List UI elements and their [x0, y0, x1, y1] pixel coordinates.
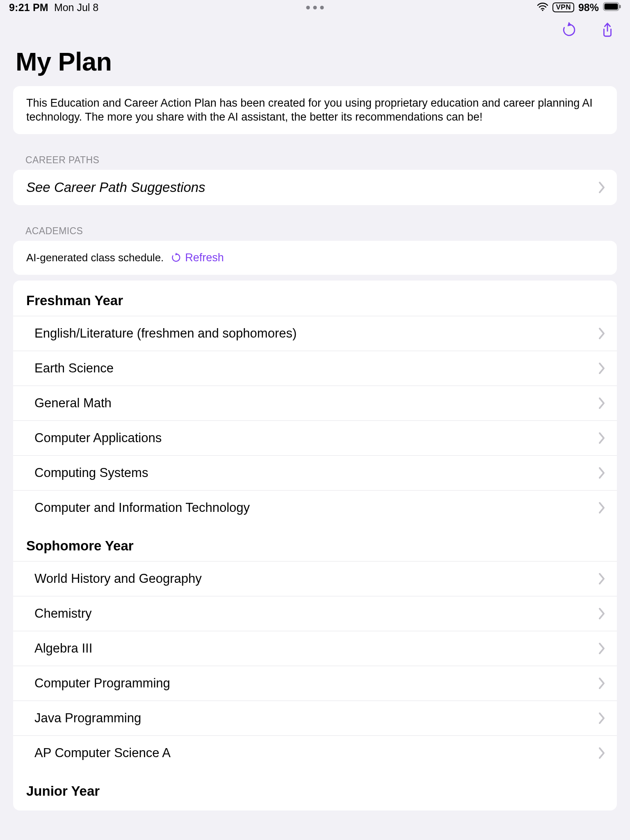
refresh-icon	[171, 253, 181, 262]
chevron-right-icon	[598, 181, 605, 194]
schedule-card: Freshman YearEnglish/Literature (freshme…	[13, 281, 617, 810]
page-title: My Plan	[0, 47, 630, 86]
intro-card: This Education and Career Action Plan ha…	[13, 86, 617, 134]
chevron-right-icon	[598, 362, 605, 374]
course-label: English/Literature (freshmen and sophomo…	[34, 326, 297, 341]
refresh-label: Refresh	[185, 251, 224, 264]
course-row[interactable]: Earth Science	[13, 351, 617, 386]
status-right: VPN 98%	[537, 2, 621, 14]
course-label: Computer Programming	[34, 676, 170, 691]
share-icon[interactable]	[600, 22, 615, 39]
intro-text: This Education and Career Action Plan ha…	[26, 96, 604, 124]
status-date: Mon Jul 8	[54, 2, 98, 14]
schedule-caption-card: AI-generated class schedule. Refresh	[13, 241, 617, 275]
course-row[interactable]: Java Programming	[13, 701, 617, 735]
dot-icon	[313, 6, 317, 9]
chevron-right-icon	[598, 502, 605, 514]
toolbar	[0, 15, 630, 47]
status-time: 9:21 PM	[9, 2, 48, 14]
dot-icon	[320, 6, 324, 9]
course-row[interactable]: AP Computer Science A	[13, 735, 617, 770]
chevron-right-icon	[598, 432, 605, 444]
refresh-icon[interactable]	[561, 22, 577, 39]
chevron-right-icon	[598, 712, 605, 724]
svg-rect-2	[605, 3, 618, 9]
course-row[interactable]: Algebra III	[13, 631, 617, 666]
chevron-right-icon	[598, 607, 605, 620]
course-row[interactable]: Computing Systems	[13, 455, 617, 490]
status-left: 9:21 PM Mon Jul 8	[9, 2, 98, 14]
battery-icon	[603, 2, 621, 14]
academics-header: ACADEMICS	[0, 205, 630, 241]
svg-point-0	[542, 9, 544, 11]
course-label: Computer and Information Technology	[34, 500, 250, 515]
chevron-right-icon	[598, 327, 605, 340]
course-row[interactable]: Computer Programming	[13, 666, 617, 701]
career-path-suggestions-row[interactable]: See Career Path Suggestions	[13, 170, 617, 205]
course-label: Computer Applications	[34, 431, 162, 445]
course-row[interactable]: Computer and Information Technology	[13, 490, 617, 525]
year-heading: Sophomore Year	[13, 525, 617, 561]
course-row[interactable]: General Math	[13, 386, 617, 420]
year-heading: Junior Year	[13, 770, 617, 806]
chevron-right-icon	[598, 397, 605, 409]
chevron-right-icon	[598, 467, 605, 479]
course-label: General Math	[34, 396, 112, 411]
course-row[interactable]: English/Literature (freshmen and sophomo…	[13, 316, 617, 351]
wifi-icon	[537, 2, 548, 14]
multitask-dots[interactable]	[306, 6, 324, 9]
course-label: Chemistry	[34, 606, 92, 621]
status-bar: 9:21 PM Mon Jul 8 VPN 98%	[0, 0, 630, 15]
course-label: Algebra III	[34, 641, 92, 656]
chevron-right-icon	[598, 573, 605, 585]
chevron-right-icon	[598, 747, 605, 759]
chevron-right-icon	[598, 677, 605, 689]
schedule-caption: AI-generated class schedule.	[26, 251, 164, 264]
career-paths-header: CAREER PATHS	[0, 134, 630, 170]
dot-icon	[306, 6, 310, 9]
course-label: Earth Science	[34, 361, 114, 376]
course-label: World History and Geography	[34, 571, 202, 586]
vpn-badge: VPN	[552, 2, 574, 12]
career-path-suggestions-label: See Career Path Suggestions	[26, 180, 205, 195]
chevron-right-icon	[598, 642, 605, 655]
refresh-schedule-button[interactable]: Refresh	[171, 251, 224, 264]
course-label: AP Computer Science A	[34, 746, 171, 760]
course-row[interactable]: Chemistry	[13, 596, 617, 631]
course-label: Java Programming	[34, 711, 141, 726]
svg-rect-3	[619, 5, 621, 8]
course-row[interactable]: Computer Applications	[13, 420, 617, 455]
career-paths-card: See Career Path Suggestions	[13, 170, 617, 205]
year-heading: Freshman Year	[13, 290, 617, 316]
course-row[interactable]: World History and Geography	[13, 561, 617, 596]
course-label: Computing Systems	[34, 466, 148, 480]
battery-percentage: 98%	[578, 2, 599, 14]
